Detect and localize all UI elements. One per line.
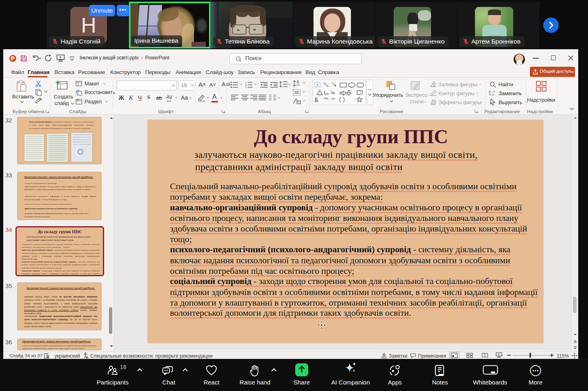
svg-text:A: A — [296, 80, 299, 84]
svg-text:b: b — [489, 90, 491, 94]
svg-text:c: c — [492, 92, 494, 96]
svg-text:3: 3 — [245, 86, 247, 88]
svg-text:А: А — [316, 83, 319, 87]
